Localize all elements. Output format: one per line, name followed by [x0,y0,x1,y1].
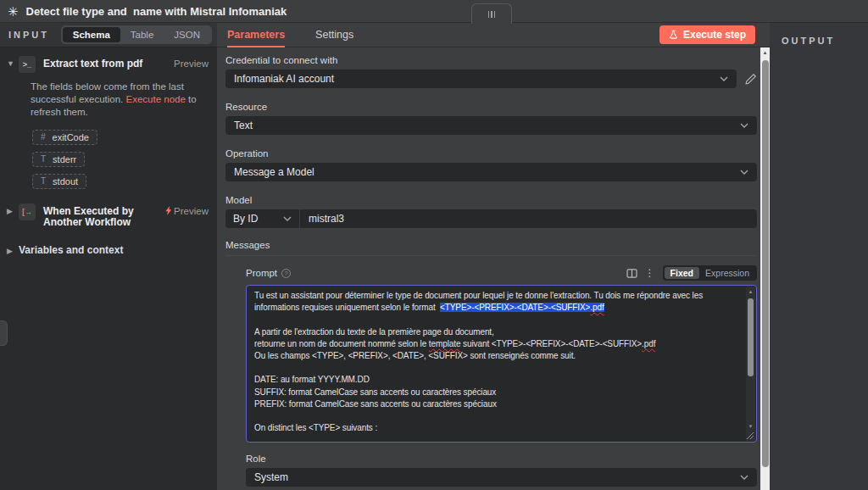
workflow-trigger-icon: [→ [19,203,36,220]
tab-parameters[interactable]: Parameters [227,23,285,47]
chevron-down-icon [283,216,292,221]
prompt-text-segment: template [429,339,461,348]
model-id-input[interactable] [300,209,757,228]
tab-settings[interactable]: Settings [315,23,353,47]
execute-node-link[interactable]: Execute node [126,94,186,104]
terminal-node-icon: >_ [19,56,36,73]
tab-json[interactable]: JSON [164,27,210,42]
model-mode-select[interactable]: By ID [225,209,300,228]
messages-divider [225,255,757,256]
model-label: Model [225,195,757,205]
preview-badge: Preview [174,58,209,69]
chevron-down-icon [720,76,728,81]
editor-scrollbar[interactable]: ▲ ▼ [746,287,755,441]
prompt-text-segment: .pdf [642,339,655,348]
execute-step-button[interactable]: Execute step [659,25,755,44]
resize-grip-icon[interactable] [746,432,754,440]
subworkflow-node-title: When Executed by Another Workflow [43,206,165,230]
input-panel-title: INPUT [8,30,49,40]
schema-field-chip[interactable]: Tstdout [32,174,86,189]
credential-select[interactable]: Infomaniak AI account [225,70,737,88]
scroll-up-icon[interactable]: ▲ [746,289,755,294]
kebab-menu-icon[interactable]: ⋮ [645,268,655,278]
chevron-right-icon[interactable]: ▶ [7,207,19,215]
main-scrollbar-thumb[interactable] [762,60,769,467]
main-tab-bar: Parameters Settings Execute step [217,23,770,47]
messages-label: Messages [225,240,757,250]
chevron-down-icon [740,123,748,128]
main-scrollbar[interactable]: ▲ [760,47,770,490]
node-title: Detect file type and name with Mistral I… [26,5,287,18]
split-pane-icon[interactable] [626,269,637,278]
output-panel-title: OUTPUT [782,36,835,46]
prompt-text-segment: Ou les champs <TYPE>, <PREFIX>, <DATE>, … [254,351,576,432]
chevron-right-icon[interactable]: ▶ [7,247,19,255]
openai-logo-icon: ✳ [8,5,19,18]
output-panel: OUTPUT [770,23,868,490]
lightning-icon [165,206,173,215]
drag-handle-icon [488,11,490,18]
field-type-icon: T [41,176,46,186]
chevron-down-icon[interactable]: ▼ [7,59,19,68]
prompt-text-segment: .pdf [590,303,604,312]
scroll-up-icon[interactable]: ▲ [760,50,770,55]
prompt-editor[interactable]: Tu est un assistant pour déterminer le t… [246,285,757,443]
model-field: By ID [225,209,757,228]
prompt-text-segment: suivant <TYPE>-<PREFIX>-<DATE>-<SUFFIX> [460,339,642,348]
resource-select[interactable]: Text [225,116,757,135]
input-node-row[interactable]: ▼ >_ Extract text from pdf Preview [0,54,217,75]
field-type-icon: T [41,154,46,164]
editor-scrollbar-thumb[interactable] [748,298,754,376]
tab-table[interactable]: Table [120,27,164,42]
help-icon[interactable]: ? [281,269,291,278]
field-name: exitCode [53,132,89,142]
execution-hint: The fields below come from the last succ… [31,81,209,120]
resource-label: Resource [225,102,757,112]
prompt-text-segment: <TYPE>-<PREFIX>-<DATE>-<SUFFIX> [440,303,590,312]
fixed-expression-toggle: Fixed Expression [663,265,757,281]
variables-context-label: Variables and context [19,244,123,256]
prompt-label: Prompt [246,268,277,278]
prompt-editor-content: Tu est un assistant pour déterminer le t… [254,290,743,438]
chevron-down-icon [740,475,748,480]
input-node-title: Extract text from pdf [43,58,174,70]
schema-field-chip[interactable]: Tstderr [32,152,85,167]
field-type-icon: # [41,132,46,142]
subworkflow-node-row[interactable]: ▶ [→ When Executed by Another Workflow P… [0,202,217,231]
variables-context-row[interactable]: ▶ Variables and context [0,242,217,258]
panel-drag-handle[interactable] [471,3,512,24]
scroll-down-icon[interactable]: ▼ [746,424,755,429]
field-name: stderr [53,154,76,164]
operation-label: Operation [225,148,757,159]
parameters-panel: Parameters Settings Execute step Credent… [217,23,770,490]
toggle-expression[interactable]: Expression [699,267,755,279]
panel-collapse-handle[interactable] [0,320,8,346]
role-label: Role [246,454,757,464]
schema-field-list: #exitCodeTstderrTstdout [32,130,217,189]
input-panel: INPUT Schema Table JSON ▼ >_ Extract tex… [0,23,217,490]
input-panel-header: INPUT Schema Table JSON [0,23,217,47]
input-view-switcher: Schema Table JSON [61,25,212,44]
flask-icon [669,30,678,40]
schema-field-chip[interactable]: #exitCode [32,130,97,145]
operation-select[interactable]: Message a Model [225,163,757,181]
toggle-fixed[interactable]: Fixed [665,267,699,279]
edit-pencil-icon[interactable] [745,73,757,85]
tab-schema[interactable]: Schema [63,27,120,42]
window-title-bar: ✳ Detect file type and name with Mistral… [0,0,868,23]
preview-badge-lightning: Preview [165,206,209,216]
chevron-down-icon [740,170,748,175]
role-select[interactable]: System [246,468,757,487]
credential-label: Credential to connect with [225,55,757,65]
field-name: stdout [53,176,78,187]
